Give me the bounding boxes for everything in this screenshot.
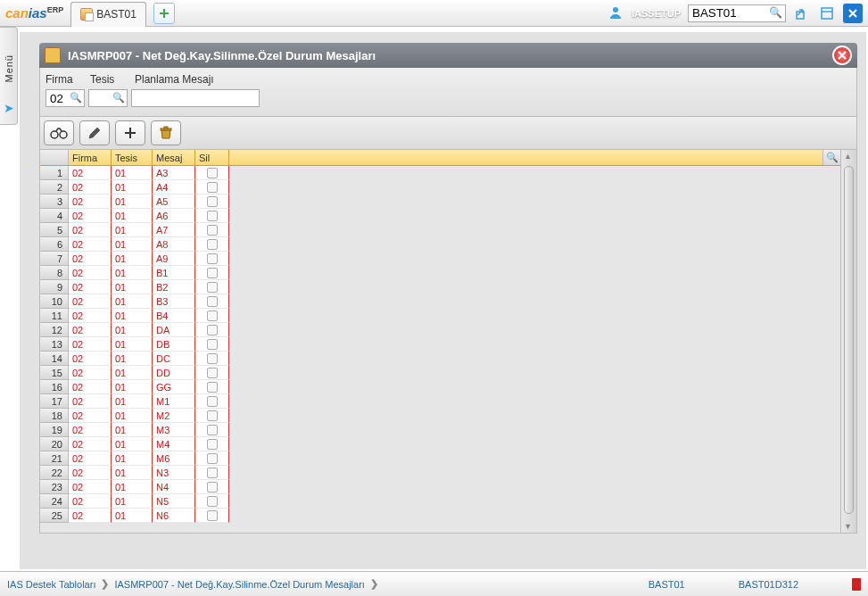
checkbox[interactable] [207,296,218,307]
cell-firma[interactable]: 02 [69,380,112,394]
cell-firma[interactable]: 02 [69,451,112,466]
edit-button[interactable] [79,120,110,145]
cell-sil[interactable] [195,294,229,309]
cell-sil[interactable] [195,323,229,337]
cell-sil[interactable] [195,166,229,180]
cell-mesaj[interactable]: GG [153,380,195,394]
cell-sil[interactable] [195,366,229,380]
table-row[interactable]: 10201A3 [40,166,840,180]
cell-firma[interactable]: 02 [69,294,112,309]
cell-sil[interactable] [195,195,229,209]
checkbox[interactable] [207,253,218,264]
cell-sil[interactable] [195,223,229,237]
cell-firma[interactable]: 02 [69,195,112,209]
col-firma[interactable]: Firma [69,150,112,165]
search-button[interactable] [44,120,74,145]
cell-mesaj[interactable]: M4 [153,437,195,451]
table-row[interactable]: 30201A5 [40,195,840,209]
cell-sil[interactable] [195,337,229,352]
detach-icon[interactable] [793,4,811,22]
col-mesaj[interactable]: Mesaj [153,150,195,165]
cell-tesis[interactable]: 01 [112,423,153,437]
cell-firma[interactable]: 02 [69,280,112,294]
cell-firma[interactable]: 02 [69,480,112,494]
cell-mesaj[interactable]: DA [153,323,195,337]
search-icon[interactable]: 🔍 [112,92,125,103]
cell-mesaj[interactable]: B4 [153,309,195,323]
table-row[interactable]: 100201B3 [40,294,840,309]
cell-mesaj[interactable]: M3 [153,423,195,437]
cell-firma[interactable]: 02 [69,509,112,523]
table-row[interactable]: 80201B1 [40,266,840,280]
table-row[interactable]: 150201DD [40,366,840,380]
cell-sil[interactable] [195,180,229,195]
cell-mesaj[interactable]: B1 [153,266,195,280]
cell-firma[interactable]: 02 [69,366,112,380]
cell-tesis[interactable]: 01 [112,209,153,223]
cell-tesis[interactable]: 01 [112,509,153,523]
table-row[interactable]: 240201N5 [40,494,840,509]
panel-close-button[interactable] [832,46,852,65]
breadcrumb-2[interactable]: IASMRP007 - Net Değ.Kay.Silinme.Özel Dur… [114,579,364,590]
checkbox[interactable] [207,453,218,464]
cell-firma[interactable]: 02 [69,180,112,195]
cell-sil[interactable] [195,352,229,366]
cell-firma[interactable]: 02 [69,309,112,323]
table-row[interactable]: 180201M2 [40,409,840,423]
cell-sil[interactable] [195,280,229,294]
cell-mesaj[interactable]: A6 [153,209,195,223]
cell-tesis[interactable]: 01 [112,195,153,209]
checkbox[interactable] [207,211,218,221]
cell-mesaj[interactable]: A9 [153,252,195,266]
cell-sil[interactable] [195,509,229,523]
cell-tesis[interactable]: 01 [112,409,153,423]
cell-tesis[interactable]: 01 [112,437,153,451]
cell-sil[interactable] [195,466,229,480]
left-menu-tab[interactable]: Menü ➤ [0,27,18,125]
cell-mesaj[interactable]: M6 [153,451,195,466]
cell-tesis[interactable]: 01 [112,451,153,466]
cell-sil[interactable] [195,266,229,280]
table-row[interactable]: 110201B4 [40,309,840,323]
vertical-scrollbar[interactable] [840,150,856,533]
cell-firma[interactable]: 02 [69,394,112,409]
cell-tesis[interactable]: 01 [112,294,153,309]
cell-firma[interactable]: 02 [69,466,112,480]
cell-sil[interactable] [195,237,229,252]
table-row[interactable]: 50201A7 [40,223,840,237]
layout-icon[interactable] [818,4,836,22]
checkbox[interactable] [207,196,218,207]
checkbox[interactable] [207,168,218,178]
table-search-icon[interactable]: 🔍 [823,150,840,165]
cell-firma[interactable]: 02 [69,323,112,337]
cell-tesis[interactable]: 01 [112,237,153,252]
table-row[interactable]: 170201M1 [40,394,840,409]
cell-firma[interactable]: 02 [69,237,112,252]
cell-tesis[interactable]: 01 [112,309,153,323]
cell-tesis[interactable]: 01 [112,323,153,337]
cell-mesaj[interactable]: DB [153,337,195,352]
cell-sil[interactable] [195,423,229,437]
checkbox[interactable] [207,282,218,293]
cell-tesis[interactable]: 01 [112,494,153,509]
table-row[interactable]: 210201M6 [40,451,840,466]
cell-firma[interactable]: 02 [69,409,112,423]
cell-firma[interactable]: 02 [69,252,112,266]
checkbox[interactable] [207,496,218,507]
cell-firma[interactable]: 02 [69,166,112,180]
checkbox[interactable] [207,510,218,521]
checkbox[interactable] [207,268,218,278]
cell-tesis[interactable]: 01 [112,166,153,180]
cell-firma[interactable]: 02 [69,223,112,237]
checkbox[interactable] [207,410,218,421]
cell-mesaj[interactable]: N4 [153,480,195,494]
table-row[interactable]: 160201GG [40,380,840,394]
table-row[interactable]: 200201M4 [40,437,840,451]
cell-mesaj[interactable]: A8 [153,237,195,252]
checkbox[interactable] [207,439,218,450]
cell-firma[interactable]: 02 [69,352,112,366]
cell-sil[interactable] [195,451,229,466]
delete-button[interactable] [151,120,181,145]
table-row[interactable]: 90201B2 [40,280,840,294]
cell-mesaj[interactable]: A3 [153,166,195,180]
